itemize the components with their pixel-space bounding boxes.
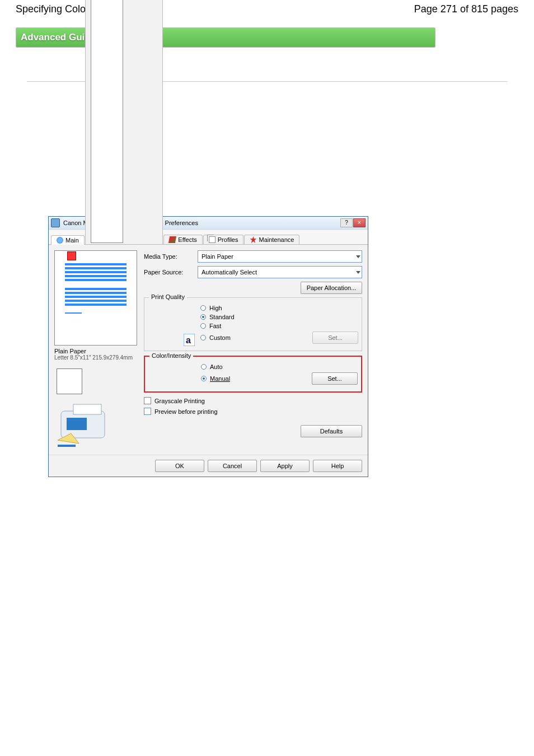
printer-thumb-icon (54, 401, 139, 451)
defaults-button[interactable]: Defaults (301, 425, 362, 437)
paper-source-select[interactable]: Automatically Select (198, 266, 362, 278)
preview-media-label: Plain Paper (54, 348, 139, 354)
svg-rect-2 (67, 418, 87, 430)
color-swatch (57, 368, 82, 394)
quality-sample-icon: a (184, 334, 195, 346)
tab-main-label: Main (65, 237, 79, 244)
color-auto-radio[interactable]: Auto (201, 363, 355, 370)
color-intensity-group: Color/Intensity Auto Manual Set... (144, 356, 362, 393)
tab-page-setup[interactable]: Page Setup (85, 0, 163, 244)
grayscale-label: Grayscale Printing (154, 398, 205, 404)
print-preferences-dialog: Canon MP620 series Printer Printing Pref… (48, 216, 368, 477)
grayscale-checkbox[interactable]: Grayscale Printing (144, 397, 362, 404)
preview-size-label: Letter 8.5"x11" 215.9x279.4mm (54, 354, 139, 361)
preview-badge-icon (67, 251, 76, 260)
printer-icon (51, 218, 60, 227)
maintenance-icon (250, 236, 256, 243)
preview-before-label: Preview before printing (154, 408, 218, 415)
tab-maintenance[interactable]: Maintenance (244, 235, 299, 244)
preview-before-checkbox[interactable]: Preview before printing (144, 408, 362, 415)
color-manual-label: Manual (210, 375, 230, 382)
globe-icon (57, 237, 63, 244)
help-window-button[interactable]: ? (340, 218, 353, 227)
tab-main[interactable]: Main (51, 235, 85, 245)
print-quality-group: Print Quality a High Standard Fast Custo… (144, 297, 362, 351)
tab-strip: Main Page Setup Effects Profiles Mainten… (49, 230, 368, 245)
tab-profiles[interactable]: Profiles (203, 235, 244, 244)
chevron-down-icon (356, 271, 360, 274)
banner: Advanced Guide (16, 27, 435, 48)
media-type-label: Media Type: (144, 253, 198, 260)
page-preview (54, 250, 137, 346)
quality-standard-label: Standard (209, 314, 235, 320)
quality-fast-radio[interactable]: Fast (200, 323, 356, 329)
dialog-footer: OK Cancel Apply Help (49, 455, 368, 477)
color-intensity-legend: Color/Intensity (149, 352, 193, 359)
cancel-button[interactable]: Cancel (208, 460, 257, 472)
quality-custom-radio[interactable]: Custom (200, 334, 231, 341)
svg-text:a: a (186, 335, 191, 345)
paper-source-value: Automatically Select (202, 269, 257, 276)
quality-standard-radio[interactable]: Standard (200, 314, 356, 320)
page-icon (91, 0, 123, 243)
quality-set-button: Set... (312, 332, 358, 344)
tab-maintenance-label: Maintenance (259, 236, 294, 243)
tab-effects-label: Effects (178, 236, 196, 243)
profiles-icon (209, 236, 216, 243)
media-type-value: Plain Paper (202, 253, 233, 260)
quality-high-label: High (209, 305, 222, 311)
page-number: Page 271 of 815 pages (414, 3, 518, 15)
help-button[interactable]: Help (313, 460, 362, 472)
color-auto-label: Auto (210, 363, 223, 370)
tab-effects[interactable]: Effects (163, 235, 202, 244)
color-set-button[interactable]: Set... (312, 372, 358, 385)
media-type-select[interactable]: Plain Paper (198, 250, 362, 263)
paper-allocation-button[interactable]: Paper Allocation... (301, 282, 362, 294)
color-manual-radio[interactable]: Manual (201, 375, 230, 382)
close-window-button[interactable]: × (353, 218, 366, 227)
tab-profiles-label: Profiles (218, 236, 238, 243)
ok-button[interactable]: OK (155, 460, 204, 472)
svg-rect-1 (73, 404, 101, 414)
print-quality-legend: Print Quality (149, 293, 187, 300)
paper-source-label: Paper Source: (144, 269, 198, 276)
quality-fast-label: Fast (209, 323, 221, 329)
svg-rect-3 (58, 445, 76, 447)
brush-icon (168, 236, 176, 243)
quality-high-radio[interactable]: High (200, 305, 356, 311)
apply-button[interactable]: Apply (260, 460, 310, 472)
quality-custom-label: Custom (209, 334, 231, 341)
chevron-down-icon (356, 255, 360, 258)
